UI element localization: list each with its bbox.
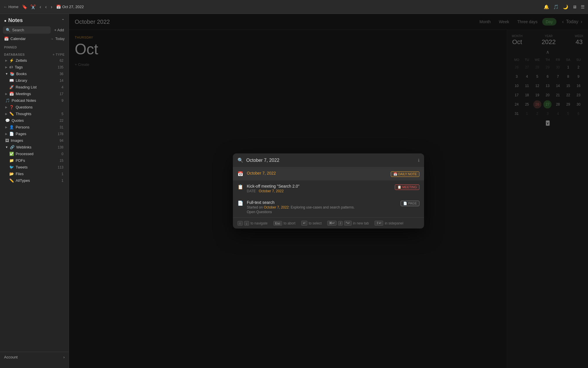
navigate-label: to navigate (251, 221, 268, 225)
home-arrow-icon: ← (3, 5, 7, 9)
sidebar-item-reading-list[interactable]: 🚀 Reading List 4 (1, 84, 67, 90)
tags-icon: 🏷 (9, 65, 13, 69)
sidebar-title-icon: ● (4, 18, 6, 23)
sidebar-header: ● Notes ⌃ (0, 14, 69, 25)
nav-back2-button[interactable]: ‹ (44, 4, 48, 10)
arrow-icon: ▶ (5, 126, 8, 129)
search-result-meeting[interactable]: 📋 Kick-off meeting "Search 2.0" DATE Oct… (233, 180, 424, 197)
persons-count: 31 (60, 125, 63, 129)
today-label: Today (55, 37, 65, 41)
arrow-icon: ▶ (5, 106, 8, 109)
meetings-icon: 📅 (9, 92, 14, 96)
podcast-count: 9 (61, 99, 63, 103)
calendar-sidebar-icon: 📅 (4, 37, 9, 41)
moon-icon[interactable]: 🌙 (563, 4, 568, 10)
thoughts-count: 5 (61, 112, 63, 116)
books-label: Books (16, 72, 27, 76)
sidebar-item-weblinks[interactable]: ▼ 🔗 Weblinks 138 (1, 144, 67, 151)
footer-select: ↵ to select (301, 221, 322, 226)
sidebar-item-zettels[interactable]: ▶ ⚡ Zettels 62 (1, 57, 67, 64)
result-subtitle-meeting: DATE October 7, 2022 (247, 189, 391, 193)
search-result-page[interactable]: 📄 Full-text search Started on October 7,… (233, 197, 424, 217)
sidebar-item-quotes[interactable]: 💬 Quotes 22 (1, 117, 67, 124)
sidebar-chevron-icon[interactable]: ⌃ (61, 18, 65, 23)
sidebar-item-processed[interactable]: ✅ Processed 0 (1, 151, 67, 157)
questions-label: Questions (16, 105, 33, 109)
menu-icon[interactable]: ☰ (581, 4, 585, 10)
select-label: to select (309, 221, 322, 225)
pdfs-icon: 📁 (9, 158, 14, 163)
arrow-icon: ▶ (5, 112, 8, 115)
weblinks-label: Weblinks (16, 145, 32, 149)
arrow-icon: ▶ (5, 92, 8, 95)
pdfs-label: PDFs (16, 158, 25, 163)
processed-count: 0 (61, 152, 63, 156)
nav-back-button[interactable]: ‹ (38, 4, 43, 10)
topbar-right: 🔔 🎵 🌙 🖥 ☰ (544, 4, 585, 10)
podcast-notes-label: Podcast Notes (12, 98, 36, 103)
bookmark-icon[interactable]: 🔖 (22, 4, 28, 10)
footer-navigate: ↑ ↓ to navigate (238, 221, 268, 226)
search-result-daily-note[interactable]: 📅 October 7, 2022 📅 DAILY NOTE (233, 167, 424, 180)
files-icon: 📂 (9, 172, 14, 176)
questions-icon: ❓ (9, 105, 14, 109)
persons-label: Persons (16, 125, 30, 129)
books-count: 36 (60, 72, 63, 76)
zettels-count: 62 (60, 59, 63, 63)
sidebar-title-label: Notes (8, 17, 23, 23)
sidebar-add-button[interactable]: + Add (52, 26, 66, 34)
sidebar-item-books[interactable]: ▼ 📚 Books 36 (1, 70, 67, 77)
sidebar-item-pages[interactable]: ▶ 📄 Pages 178 (1, 130, 67, 137)
quotes-icon: 💬 (5, 118, 10, 123)
sidebar-item-tags[interactable]: ▶ 🏷 Tags 135 (1, 64, 67, 70)
sidebar-item-persons[interactable]: ▶ 👤 Persons 31 (1, 124, 67, 130)
reading-list-label: Reading List (16, 85, 36, 89)
notification-icon[interactable]: 🔔 (544, 4, 549, 10)
account-label: Account (4, 355, 18, 359)
home-label: Home (8, 5, 19, 9)
sidebar-calendar-row[interactable]: 📅 Calendar → Today (0, 35, 69, 43)
account-bar[interactable]: Account › (0, 352, 69, 362)
pdfs-count: 15 (60, 159, 63, 163)
result-title-meeting: Kick-off meeting "Search 2.0" (247, 184, 391, 188)
home-button[interactable]: ← Home (3, 5, 19, 9)
sidebar-item-tweets[interactable]: 🐦 Tweets 113 (1, 164, 67, 171)
music-icon[interactable]: 🎵 (553, 4, 559, 10)
images-icon: 🖼 (5, 138, 9, 143)
sidebar-item-files[interactable]: 📂 Files 1 (1, 171, 67, 177)
esc-key: Esc (273, 221, 282, 226)
calendar-label: Calendar (10, 37, 26, 41)
sidebar-search-button[interactable]: 🔍 Search (3, 26, 51, 34)
search-footer: ↑ ↓ to navigate Esc to abort ↵ to select… (233, 217, 424, 229)
search-modal-input[interactable] (246, 158, 415, 163)
new-tab-label: in new tab (353, 221, 369, 225)
tags-label: Tags (15, 65, 23, 69)
weblinks-icon: 🔗 (10, 145, 14, 149)
meetings-label: Meetings (16, 92, 31, 96)
thoughts-icon: ✏️ (9, 112, 14, 116)
scissors-icon[interactable]: ✂️ (30, 4, 36, 10)
sidebar-item-podcast-notes[interactable]: 🎵 Podcast Notes 9 (1, 97, 67, 104)
sidebar-item-library[interactable]: 📖 Library 14 (1, 77, 67, 84)
sidebar-item-alltypes[interactable]: ✏️ AllTypes 1 (1, 177, 67, 184)
type-button[interactable]: + Type (53, 53, 65, 56)
pages-label: Pages (16, 132, 26, 136)
display-icon[interactable]: 🖥 (572, 4, 577, 9)
nav-forward-button[interactable]: › (49, 4, 54, 10)
arrow-right-icon: → (50, 37, 54, 41)
sidebar-item-images[interactable]: 🖼 Images 94 (1, 137, 67, 144)
podcast-icon: 🎵 (5, 98, 10, 103)
sidebar-item-thoughts[interactable]: ▶ ✏️ Thoughts 5 (1, 110, 67, 117)
pinned-section-label: Pinned (0, 43, 69, 50)
reading-list-count: 4 (61, 85, 63, 89)
images-label: Images (11, 138, 23, 143)
tags-count: 135 (58, 65, 63, 69)
search-icon: 🔍 (238, 157, 243, 163)
pages-icon: 📄 (9, 132, 14, 136)
sidebar-item-questions[interactable]: ▶ ❓ Questions (1, 104, 67, 110)
books-icon: 📚 (10, 72, 14, 76)
footer-abort: Esc to abort (273, 221, 295, 226)
info-icon[interactable]: ℹ (418, 158, 419, 163)
sidebar-item-pdfs[interactable]: 📁 PDFs 15 (1, 157, 67, 164)
sidebar-item-meetings[interactable]: ▶ 📅 Meetings 17 (1, 90, 67, 97)
